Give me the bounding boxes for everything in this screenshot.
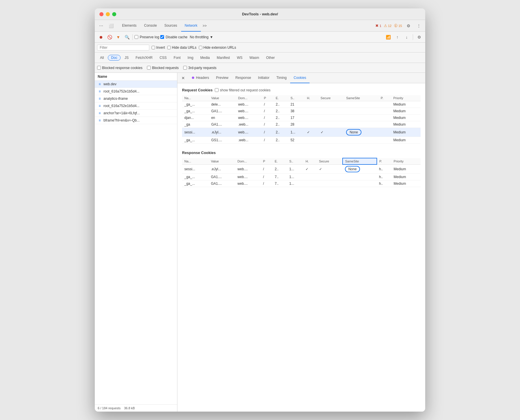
col-expires[interactable]: E. — [273, 95, 288, 101]
clear-button[interactable]: 🚫 — [106, 33, 113, 41]
type-btn-media[interactable]: Media — [197, 55, 213, 60]
tab-sources[interactable]: Sources — [161, 20, 181, 32]
resp-col-name[interactable]: Na... — [182, 158, 209, 164]
resp-col-samesite[interactable]: SameSite — [343, 158, 377, 164]
minimize-button[interactable] — [106, 12, 110, 16]
request-item-root2[interactable]: ≡ root_616a752e1b5d4... — [95, 102, 177, 110]
response-cookie-row-3[interactable]: _ga_... GA1.... web.... / 7.. 1... h.. M… — [182, 180, 421, 187]
tab-console[interactable]: Console — [141, 20, 160, 32]
request-cookies-title: Request Cookies show filtered out reques… — [182, 88, 421, 92]
type-btn-font[interactable]: Font — [171, 55, 183, 60]
third-party-requests-input[interactable] — [183, 66, 187, 70]
maximize-button[interactable] — [112, 12, 116, 16]
show-filtered-input[interactable] — [215, 88, 219, 92]
resp-col-secure[interactable]: Secure — [317, 158, 343, 164]
type-btn-js[interactable]: JS — [122, 55, 132, 60]
blocked-response-cookies-checkbox[interactable]: Blocked response cookies — [97, 66, 142, 70]
type-btn-wasm[interactable]: Wasm — [247, 55, 262, 60]
type-btn-doc[interactable]: Doc — [108, 55, 120, 61]
type-btn-img[interactable]: Img — [185, 55, 196, 60]
doc-icon-4: ≡ — [98, 104, 102, 108]
device-toggle-icon[interactable]: ⬜ — [107, 22, 115, 30]
detail-tab-cookies[interactable]: Cookies — [290, 73, 310, 83]
disable-cache-checkbox[interactable]: Disable cache — [160, 35, 187, 39]
disable-cache-input[interactable] — [160, 35, 164, 39]
resp-col-priority[interactable]: Priority — [391, 158, 421, 164]
detail-tab-preview[interactable]: Preview — [212, 73, 232, 83]
request-item-anchor[interactable]: ≡ anchor?ar=1&k=6Lfqf... — [95, 110, 177, 117]
blocked-requests-checkbox[interactable]: Blocked requests — [147, 66, 179, 70]
show-filtered-checkbox[interactable]: show filtered out request cookies — [215, 88, 270, 92]
request-item-root1[interactable]: ≡ root_616a752e1b5d4... — [95, 88, 177, 95]
type-btn-css[interactable]: CSS — [157, 55, 170, 60]
resp-col-expires[interactable]: E. — [272, 158, 287, 164]
type-btn-fetch-xhr[interactable]: Fetch/XHR — [133, 55, 156, 60]
col-value[interactable]: Value — [209, 95, 236, 101]
filter-icon[interactable]: ▼ — [114, 33, 122, 41]
resp-col-path[interactable]: P — [261, 158, 272, 164]
detail-tab-response[interactable]: Response — [232, 73, 254, 83]
preserve-log-input[interactable] — [134, 35, 138, 39]
download-icon[interactable]: ↓ — [403, 33, 410, 41]
col-httponly[interactable]: H. — [305, 95, 318, 101]
close-detail-button[interactable]: ✕ — [180, 75, 187, 82]
network-settings-icon[interactable]: ⚙ — [415, 33, 423, 41]
request-cookie-row-4[interactable]: _ga GA1.... .web... / 2.. 28 Medium — [182, 121, 421, 128]
col-partitioned[interactable]: P. — [379, 95, 391, 101]
more-tabs-button[interactable]: >> — [201, 24, 208, 28]
detail-tab-headers[interactable]: Headers — [188, 73, 212, 83]
col-domain[interactable]: Dom... — [236, 95, 261, 101]
record-stop-button[interactable]: ⏺ — [97, 33, 105, 41]
left-panel: Name ≡ web.dev ≡ root_616a752e1b5d4... ≡… — [95, 73, 177, 412]
request-item-bframe[interactable]: ≡ bframe?hl=en&v=-Qb... — [95, 117, 177, 124]
devtools-window: DevTools - web.dev/ ⋯ ⬜ Elements Console… — [95, 8, 425, 412]
resp-col-partitioned[interactable]: P. — [377, 158, 391, 164]
request-item-webdev[interactable]: ≡ web.dev — [95, 81, 177, 88]
response-cookie-row-2[interactable]: _ga_... GA1.... web.... / 7.. 1... h.. M… — [182, 174, 421, 180]
type-btn-manifest[interactable]: Manifest — [214, 55, 233, 60]
wifi-icon[interactable]: 📶 — [384, 33, 392, 41]
close-button[interactable] — [99, 12, 103, 16]
blocked-response-cookies-input[interactable] — [97, 66, 101, 70]
col-path[interactable]: P — [262, 95, 274, 101]
request-cookie-row-6[interactable]: _ga_... GS1.... .web... / 2.. 52 Medium — [182, 137, 421, 144]
hide-extension-urls-input[interactable] — [199, 46, 202, 49]
response-cookie-row-1-session[interactable]: sessi... .eJyl... web.... / 2.. 1... ✓ ✓… — [182, 164, 421, 174]
resp-col-value[interactable]: Value — [209, 158, 235, 164]
request-cookie-row-2[interactable]: _ga_... GA1.... web.... / 2.. 38 Medium — [182, 108, 421, 115]
col-samesite[interactable]: SameSite — [344, 95, 378, 101]
preserve-log-checkbox[interactable]: Preserve log — [134, 35, 159, 39]
tab-elements[interactable]: Elements — [119, 20, 140, 32]
col-size[interactable]: S.. — [288, 95, 305, 101]
third-party-requests-checkbox[interactable]: 3rd-party requests — [183, 66, 216, 70]
blocked-requests-input[interactable] — [147, 66, 151, 70]
request-cookie-row-1[interactable]: _ga_... dele... web.... / 2.. 21 Medium — [182, 101, 421, 108]
hide-data-urls-checkbox[interactable]: Hide data URLs — [167, 46, 197, 50]
invert-checkbox[interactable]: Invert — [152, 46, 165, 50]
resp-col-httponly[interactable]: H. — [303, 158, 317, 164]
hide-data-urls-input[interactable] — [167, 46, 171, 49]
type-btn-ws[interactable]: WS — [234, 55, 245, 60]
col-secure[interactable]: Secure — [318, 95, 344, 101]
request-cookie-row-3[interactable]: djan... en web.... / 2.. 17 Medium — [182, 115, 421, 121]
cursor-icon[interactable]: ⋯ — [97, 22, 105, 30]
col-name[interactable]: Na... — [182, 95, 209, 101]
type-btn-all[interactable]: All — [97, 55, 107, 60]
resp-col-domain[interactable]: Dom... — [235, 158, 261, 164]
filter-input[interactable] — [97, 45, 149, 50]
type-btn-other[interactable]: Other — [263, 55, 278, 60]
detail-tab-timing[interactable]: Timing — [273, 73, 290, 83]
search-icon[interactable]: 🔍 — [123, 33, 131, 41]
more-options-icon[interactable]: ⋮ — [415, 22, 423, 30]
settings-icon[interactable]: ⚙ — [404, 22, 412, 30]
detail-tab-initiator[interactable]: Initiator — [254, 73, 273, 83]
tab-network[interactable]: Network — [181, 20, 201, 32]
request-item-analytics[interactable]: ≡ analytics-iframe — [95, 95, 177, 102]
invert-input[interactable] — [152, 46, 155, 49]
resp-col-size[interactable]: S.. — [287, 158, 303, 164]
col-priority[interactable]: Priority — [391, 95, 421, 101]
throttle-dropdown[interactable]: No throttling ▼ — [189, 35, 214, 40]
hide-extension-urls-checkbox[interactable]: Hide extension URLs — [199, 46, 236, 50]
upload-icon[interactable]: ↑ — [394, 33, 401, 41]
request-cookie-row-5-session[interactable]: sessi... .eJyl... web.... / 2.. 1... ✓ ✓… — [182, 128, 421, 137]
